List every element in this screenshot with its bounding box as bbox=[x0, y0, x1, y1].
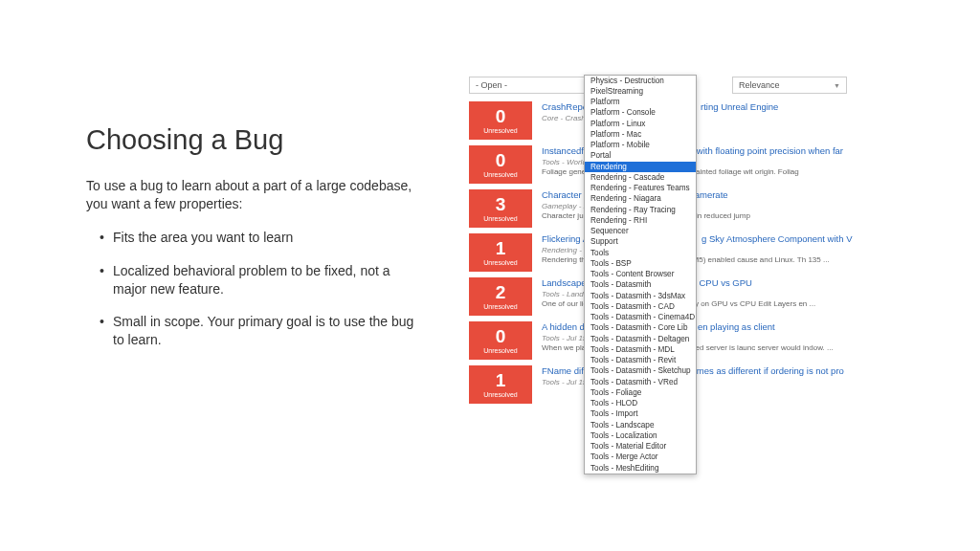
dropdown-option[interactable]: Support bbox=[585, 237, 696, 248]
badge-label: Unresolved bbox=[483, 303, 517, 310]
dropdown-option[interactable]: Platform - Linux bbox=[585, 119, 696, 129]
dropdown-option[interactable]: Platform - Mobile bbox=[585, 141, 696, 151]
badge-count: 3 bbox=[496, 195, 506, 213]
bug-tracker: - Open - ▼ Relevance ▼ 0UnresolvedCrashR… bbox=[450, 0, 980, 551]
dropdown-option[interactable]: Tools - Multi-user bbox=[585, 474, 696, 474]
table-row: 2UnresolvedLandscapeCPU vs GPUTools - La… bbox=[469, 277, 961, 316]
badge-count: 0 bbox=[496, 327, 506, 345]
slide-intro: To use a bug to learn about a part of a … bbox=[86, 177, 421, 213]
dropdown-option[interactable]: Tools - Datasmith - VRed bbox=[585, 377, 696, 387]
unresolved-badge: 2Unresolved bbox=[469, 277, 532, 316]
filter-relevance-label: Relevance bbox=[739, 80, 780, 90]
unresolved-badge: 1Unresolved bbox=[469, 233, 532, 272]
list-item: Small in scope. Your primary goal is to … bbox=[100, 313, 421, 349]
badge-count: 0 bbox=[496, 107, 506, 125]
list-item: Fits the area you want to learn bbox=[100, 229, 421, 247]
badge-label: Unresolved bbox=[483, 259, 517, 266]
badge-label: Unresolved bbox=[483, 171, 517, 178]
dropdown-option[interactable]: Tools - BSP bbox=[585, 258, 696, 269]
dropdown-option[interactable]: Tools - Datasmith - Sketchup bbox=[585, 366, 696, 377]
dropdown-option[interactable]: Sequencer bbox=[585, 227, 696, 237]
table-row: 1UnresolvedFName difmes as different if … bbox=[469, 365, 961, 404]
badge-count: 1 bbox=[496, 371, 506, 389]
dropdown-option[interactable]: Tools - Datasmith - 3dsMax bbox=[585, 291, 696, 301]
table-row: 0UnresolvedCrashReporting Unreal EngineC… bbox=[469, 101, 961, 140]
dropdown-option[interactable]: Tools - Merge Actor bbox=[585, 452, 696, 463]
badge-label: Unresolved bbox=[483, 347, 517, 354]
unresolved-badge: 0Unresolved bbox=[469, 321, 532, 360]
dropdown-option[interactable]: Tools - Datasmith - Deltagen bbox=[585, 334, 696, 344]
bug-list: 0UnresolvedCrashReporting Unreal EngineC… bbox=[469, 101, 961, 404]
badge-count: 1 bbox=[496, 239, 506, 257]
dropdown-option[interactable]: Tools - MeshEditing bbox=[585, 463, 696, 474]
table-row: 3UnresolvedCharacteramerateGameplay - PC… bbox=[469, 189, 961, 228]
category-dropdown[interactable]: Physics - DestructionPixelStreamingPlatf… bbox=[584, 75, 697, 474]
dropdown-option[interactable]: Tools - Localization bbox=[585, 430, 696, 441]
dropdown-option[interactable]: Portal bbox=[585, 151, 696, 162]
table-row: 0UnresolvedA hidden den playing as clien… bbox=[469, 321, 961, 360]
bullet-list: Fits the area you want to learn Localize… bbox=[86, 229, 421, 349]
badge-count: 0 bbox=[496, 151, 506, 169]
badge-label: Unresolved bbox=[483, 215, 517, 222]
dropdown-option[interactable]: Tools - Material Editor bbox=[585, 442, 696, 452]
dropdown-option[interactable]: Rendering - Features Teams bbox=[585, 184, 696, 194]
dropdown-option[interactable]: Tools bbox=[585, 248, 696, 258]
dropdown-option[interactable]: Tools - Datasmith - Core Lib bbox=[585, 323, 696, 334]
dropdown-option[interactable]: Tools - Datasmith bbox=[585, 280, 696, 291]
table-row: 0UnresolvedInstancedfwith floating point… bbox=[469, 145, 961, 184]
badge-label: Unresolved bbox=[483, 127, 517, 134]
dropdown-option[interactable]: Platform bbox=[585, 98, 696, 108]
dropdown-option[interactable]: Platform - Console bbox=[585, 108, 696, 119]
dropdown-option[interactable]: Tools - Datasmith - Revit bbox=[585, 356, 696, 366]
dropdown-option[interactable]: Tools - Landscape bbox=[585, 420, 696, 430]
list-item: Localized behavioral problem to be fixed… bbox=[100, 262, 421, 298]
unresolved-badge: 1Unresolved bbox=[469, 365, 532, 404]
dropdown-option[interactable]: Rendering bbox=[585, 162, 696, 172]
dropdown-option[interactable]: Tools - Foliage bbox=[585, 387, 696, 398]
slide-text: Choosing a Bug To use a bug to learn abo… bbox=[0, 0, 450, 551]
dropdown-option[interactable]: Rendering - Cascade bbox=[585, 172, 696, 183]
dropdown-option[interactable]: Rendering - Ray Tracing bbox=[585, 205, 696, 215]
dropdown-option[interactable]: Tools - HLOD bbox=[585, 399, 696, 409]
dropdown-option[interactable]: Tools - Datasmith - CAD bbox=[585, 301, 696, 312]
unresolved-badge: 0Unresolved bbox=[469, 101, 532, 140]
unresolved-badge: 0Unresolved bbox=[469, 145, 532, 184]
chevron-down-icon: ▼ bbox=[834, 82, 840, 89]
badge-count: 2 bbox=[496, 283, 506, 301]
dropdown-option[interactable]: Tools - Datasmith - Cinema4D bbox=[585, 313, 696, 323]
filter-relevance-select[interactable]: Relevance ▼ bbox=[732, 77, 847, 94]
dropdown-option[interactable]: Rendering - Niagara bbox=[585, 194, 696, 205]
dropdown-option[interactable]: PixelStreaming bbox=[585, 86, 696, 97]
dropdown-option[interactable]: Physics - Destruction bbox=[585, 76, 696, 86]
unresolved-badge: 3Unresolved bbox=[469, 189, 532, 228]
slide-title: Choosing a Bug bbox=[86, 124, 421, 156]
filter-open-label: - Open - bbox=[476, 80, 507, 90]
table-row: 1UnresolvedFlickering Ag Sky Atmosphere … bbox=[469, 233, 961, 272]
dropdown-option[interactable]: Rendering - RHI bbox=[585, 215, 696, 226]
dropdown-option[interactable]: Tools - Import bbox=[585, 409, 696, 420]
dropdown-option[interactable]: Platform - Mac bbox=[585, 129, 696, 140]
dropdown-option[interactable]: Tools - Content Browser bbox=[585, 270, 696, 280]
badge-label: Unresolved bbox=[483, 391, 517, 398]
dropdown-option[interactable]: Tools - Datasmith - MDL bbox=[585, 344, 696, 355]
